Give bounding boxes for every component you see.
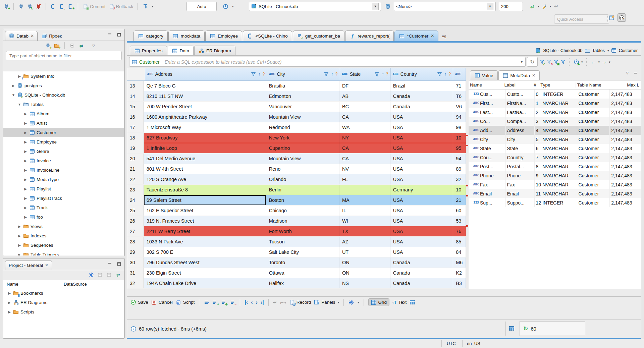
cell-city[interactable]: Salt Lake City [266, 247, 339, 257]
cell-country[interactable]: Canada [390, 289, 453, 289]
metadata-row[interactable]: 123Sup...Suppo...12INTEGERCustomer2,147,… [469, 198, 641, 207]
meta-cell-type[interactable]: NVARCHAR [541, 108, 577, 117]
last-page-icon[interactable]: ›| [261, 299, 264, 305]
cell-country[interactable]: USA [390, 226, 453, 236]
sql-filter-input[interactable] [164, 59, 518, 65]
cell-city[interactable]: Cupertino [266, 143, 339, 153]
tree-item-customer[interactable]: ▶Customer [3, 128, 124, 137]
project-item-scripts[interactable]: ▶Scripts [3, 307, 124, 316]
gear-icon[interactable] [348, 299, 354, 305]
tree-collapsed-arrow-icon[interactable]: ▶ [17, 225, 21, 228]
tree-collapsed-arrow-icon[interactable]: ▶ [23, 178, 28, 181]
cell-postal[interactable]: 76 [453, 226, 466, 236]
cell-city[interactable]: Boston [266, 195, 339, 205]
tree-collapsed-arrow-icon[interactable]: ▶ [23, 196, 28, 200]
cell-state[interactable]: UT [339, 247, 390, 257]
sql-editor-icon[interactable] [50, 4, 56, 9]
metadata-row[interactable]: ABCCityCity5NVARCHARCustomer2,147,483 [469, 135, 641, 144]
tree-expanded-arrow-icon[interactable]: ▼ [11, 93, 15, 97]
row-number-cell[interactable]: 15 [127, 102, 144, 112]
meta-cell-table[interactable]: Customer [577, 189, 610, 198]
cell-city[interactable]: Orlando [266, 174, 339, 184]
rollback-button[interactable]: ↺ Rollback [109, 4, 133, 9]
meta-cell-num[interactable]: 2 [535, 108, 541, 117]
tree-collapsed-arrow-icon[interactable]: ▶ [17, 234, 21, 238]
cell-state[interactable]: ON [339, 257, 390, 268]
cell-postal[interactable]: M6 [453, 257, 466, 268]
meta-cell-label[interactable]: Address [506, 126, 535, 135]
cell-state[interactable]: MB [339, 289, 390, 289]
tree-collapsed-arrow-icon[interactable]: ▶ [23, 187, 28, 191]
meta-cell-name[interactable]: ABCLast... [469, 108, 506, 117]
meta-cell-max[interactable]: 2,147,483 [610, 198, 641, 207]
focus-cell-icon[interactable]: ⌐¬ [280, 299, 286, 305]
edit-cell-icon[interactable] [204, 299, 209, 305]
table-row[interactable]: 22120 S Orange AveOrlandoFLUSA32 [127, 174, 466, 185]
cell-state[interactable] [339, 185, 390, 195]
more-tabs-button[interactable]: »5 [442, 31, 446, 41]
meta-cell-table[interactable]: Customer [577, 117, 610, 126]
meta-cell-label[interactable]: Country [506, 153, 535, 162]
cell-country[interactable]: Canada [390, 102, 453, 112]
view-menu-icon[interactable]: ▽ [626, 71, 629, 77]
link-with-editor-icon[interactable]: ⇄ [115, 272, 121, 278]
cell-postal[interactable]: 71 [453, 81, 466, 91]
meta-cell-type[interactable]: NVARCHAR [541, 117, 577, 126]
breadcrumb-database[interactable]: SQLite - Chinook.db [543, 48, 582, 53]
close-icon[interactable]: ✕ [431, 34, 434, 38]
table-row[interactable]: 32194A Chain Lake DriveHalifaxNSCanadaB3 [127, 278, 466, 289]
cell-address[interactable]: 1600 Amphitheatre Parkway [144, 112, 266, 122]
cell-postal[interactable]: R3 [453, 289, 466, 289]
view-menu-icon[interactable]: ▽ [92, 44, 95, 48]
commit-button[interactable]: ▣ Commit [83, 4, 106, 9]
meta-cell-max[interactable]: 2,147,483 [610, 162, 641, 171]
script-button[interactable]: Script [176, 299, 195, 305]
database-combo-dropdown[interactable]: ▼ [372, 3, 379, 10]
row-number-cell[interactable]: 23 [127, 185, 144, 195]
calc-panel-icon[interactable] [410, 299, 415, 305]
meta-column--[interactable]: # [532, 82, 539, 88]
tree-item-table-triggers[interactable]: ▶Table Triggers [3, 250, 124, 255]
reconnect-icon[interactable]: ↻ [27, 4, 33, 9]
delete-row-icon[interactable]: − [230, 299, 235, 305]
meta-cell-name[interactable]: ABCPost... [469, 162, 506, 171]
close-icon[interactable]: ✕ [31, 34, 34, 38]
cell-postal[interactable]: 95 [453, 143, 466, 153]
navigator-filter[interactable] [6, 51, 122, 60]
cell-city[interactable]: Ottawa [266, 268, 339, 278]
meta-cell-max[interactable]: 2,147,483 [610, 99, 641, 108]
meta-cell-num[interactable]: 7 [535, 153, 541, 162]
database-combo[interactable]: SQLite - Chinook.db ▼ [249, 2, 381, 11]
row-number-cell[interactable]: 27 [127, 226, 144, 236]
new-sql-editor-icon[interactable]: + [68, 4, 73, 9]
sql-filter-input-box[interactable]: Customer ▼ [129, 57, 526, 67]
row-number-cell[interactable]: 25 [127, 206, 144, 216]
meta-cell-type[interactable]: NVARCHAR [541, 162, 577, 171]
cell-state[interactable]: FL [339, 174, 390, 184]
breadcrumb-tables[interactable]: Tables [592, 48, 605, 53]
transaction-log-icon[interactable] [142, 4, 148, 9]
minimize-icon[interactable] [107, 32, 113, 38]
meta-cell-max[interactable]: 2,147,483 [610, 189, 641, 198]
meta-cell-max[interactable]: 2,147,483 [610, 135, 641, 144]
cell-state[interactable]: CA [339, 112, 390, 122]
cell-postal[interactable]: K2 [453, 268, 466, 278]
table-row[interactable]: 191 Infinite LoopCupertinoCAUSA95 [127, 143, 466, 154]
tree-collapsed-arrow-icon[interactable]: ▶ [17, 74, 21, 78]
column-datasource[interactable]: DataSource [64, 282, 87, 287]
table-row[interactable]: 20541 Del Medio AvenueMountain ViewCAUSA… [127, 154, 466, 164]
meta-cell-type[interactable]: NVARCHAR [541, 144, 577, 153]
schema-combo[interactable]: <None> ▼ [394, 2, 496, 11]
table-row[interactable]: 33696 Osborne StreetWinnipegMBCanadaR3 [127, 289, 466, 289]
cell-state[interactable]: NV [339, 164, 390, 174]
meta-cell-label[interactable]: Compa... [506, 117, 535, 126]
row-number-cell[interactable]: 21 [127, 164, 144, 174]
meta-cell-max[interactable]: 2,147,483 [610, 171, 641, 180]
collapse-all-icon[interactable] [69, 43, 75, 49]
table-row[interactable]: 161600 Amphitheatre ParkwayMountain View… [127, 112, 466, 122]
column-header-country[interactable]: ABCCountry↕? [391, 68, 453, 80]
row-number-cell[interactable]: 33 [127, 289, 144, 289]
meta-cell-num[interactable]: 5 [535, 135, 541, 144]
cell-country[interactable]: Canada [390, 278, 453, 288]
meta-cell-label[interactable]: LastNa... [506, 108, 535, 117]
